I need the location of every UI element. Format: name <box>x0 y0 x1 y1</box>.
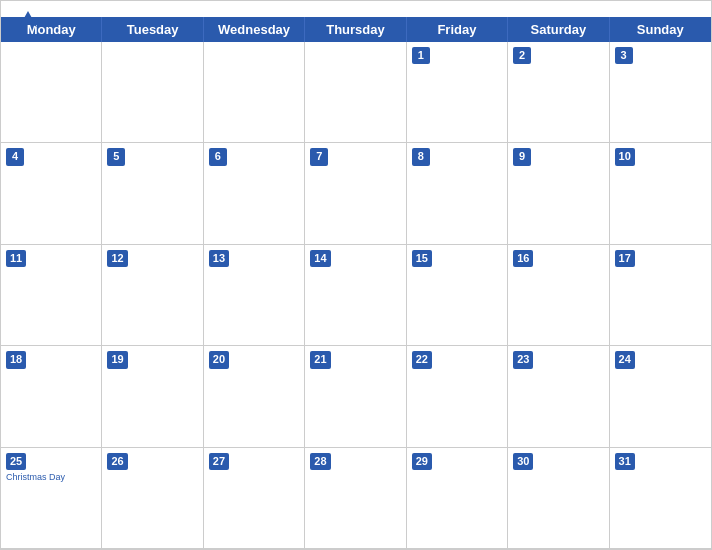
day-header-saturday: Saturday <box>508 17 609 42</box>
date-number: 29 <box>412 453 432 470</box>
date-number: 2 <box>513 47 531 64</box>
calendar-cell: 26 <box>102 448 203 549</box>
calendar-cell <box>102 42 203 143</box>
calendar-cell <box>1 42 102 143</box>
calendar-cell: 18 <box>1 346 102 447</box>
holiday-text: Christmas Day <box>6 472 96 482</box>
date-number: 12 <box>107 250 127 267</box>
calendar-cell: 15 <box>407 245 508 346</box>
logo-bird-icon <box>17 9 39 35</box>
calendar-cell: 1 <box>407 42 508 143</box>
calendar: MondayTuesdayWednesdayThursdayFridaySatu… <box>0 0 712 550</box>
calendar-cell: 19 <box>102 346 203 447</box>
calendar-cell: 6 <box>204 143 305 244</box>
date-number: 28 <box>310 453 330 470</box>
calendar-cell: 28 <box>305 448 406 549</box>
day-header-wednesday: Wednesday <box>204 17 305 42</box>
calendar-cell: 2 <box>508 42 609 143</box>
calendar-cell: 8 <box>407 143 508 244</box>
calendar-cell: 4 <box>1 143 102 244</box>
calendar-cell: 3 <box>610 42 711 143</box>
date-number: 7 <box>310 148 328 165</box>
calendar-cell: 10 <box>610 143 711 244</box>
calendar-cell: 25Christmas Day <box>1 448 102 549</box>
date-number: 5 <box>107 148 125 165</box>
calendar-cell: 12 <box>102 245 203 346</box>
date-number: 6 <box>209 148 227 165</box>
day-header-thursday: Thursday <box>305 17 406 42</box>
calendar-cell: 11 <box>1 245 102 346</box>
date-number: 10 <box>615 148 635 165</box>
date-number: 13 <box>209 250 229 267</box>
date-number: 31 <box>615 453 635 470</box>
calendar-cell <box>204 42 305 143</box>
date-number: 14 <box>310 250 330 267</box>
date-number: 24 <box>615 351 635 368</box>
calendar-cell: 5 <box>102 143 203 244</box>
calendar-cell: 13 <box>204 245 305 346</box>
calendar-cell: 17 <box>610 245 711 346</box>
date-number: 16 <box>513 250 533 267</box>
calendar-cell: 29 <box>407 448 508 549</box>
date-number: 3 <box>615 47 633 64</box>
day-headers: MondayTuesdayWednesdayThursdayFridaySatu… <box>1 17 711 42</box>
date-number: 25 <box>6 453 26 470</box>
calendar-grid: 1234567891011121314151617181920212223242… <box>1 42 711 549</box>
calendar-cell: 20 <box>204 346 305 447</box>
svg-marker-0 <box>19 11 37 27</box>
day-header-tuesday: Tuesday <box>102 17 203 42</box>
logo <box>17 9 43 35</box>
calendar-cell: 7 <box>305 143 406 244</box>
date-number: 4 <box>6 148 24 165</box>
date-number: 30 <box>513 453 533 470</box>
date-number: 17 <box>615 250 635 267</box>
date-number: 18 <box>6 351 26 368</box>
date-number: 27 <box>209 453 229 470</box>
calendar-cell: 23 <box>508 346 609 447</box>
date-number: 23 <box>513 351 533 368</box>
calendar-cell: 30 <box>508 448 609 549</box>
calendar-cell: 31 <box>610 448 711 549</box>
calendar-cell: 9 <box>508 143 609 244</box>
calendar-cell: 14 <box>305 245 406 346</box>
date-number: 8 <box>412 148 430 165</box>
calendar-cell: 16 <box>508 245 609 346</box>
date-number: 21 <box>310 351 330 368</box>
date-number: 1 <box>412 47 430 64</box>
calendar-cell: 22 <box>407 346 508 447</box>
day-header-friday: Friday <box>407 17 508 42</box>
calendar-cell: 24 <box>610 346 711 447</box>
calendar-cell: 27 <box>204 448 305 549</box>
date-number: 20 <box>209 351 229 368</box>
date-number: 26 <box>107 453 127 470</box>
calendar-cell: 21 <box>305 346 406 447</box>
date-number: 15 <box>412 250 432 267</box>
calendar-header <box>1 1 711 17</box>
date-number: 22 <box>412 351 432 368</box>
calendar-cell <box>305 42 406 143</box>
day-header-sunday: Sunday <box>610 17 711 42</box>
date-number: 19 <box>107 351 127 368</box>
date-number: 11 <box>6 250 26 267</box>
date-number: 9 <box>513 148 531 165</box>
